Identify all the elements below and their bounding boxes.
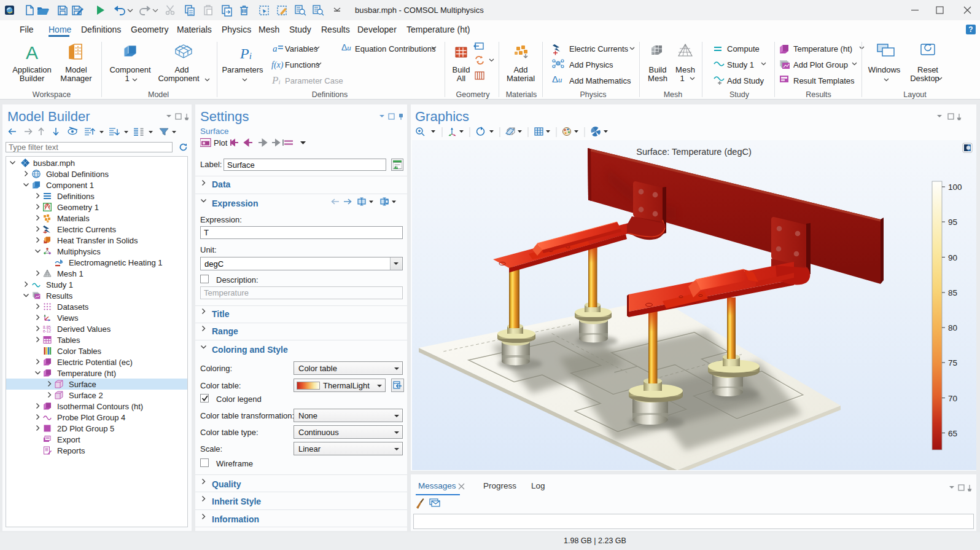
svg-text:Surface: Temperature (degC): Surface: Temperature (degC) [636,147,752,157]
svg-text:Δu: Δu [552,74,562,84]
svg-text:80: 80 [948,323,957,332]
svg-text:90: 90 [948,253,957,262]
svg-text:75: 75 [948,358,957,367]
svg-text:70: 70 [948,394,957,403]
svg-text:95: 95 [948,218,957,227]
svg-text:f(x): f(x) [271,60,284,70]
svg-text:65: 65 [948,429,957,438]
svg-text:Δu: Δu [341,42,351,52]
svg-text:Pi: Pi [271,74,280,86]
svg-text:A: A [26,42,38,63]
svg-text:85: 85 [948,288,957,297]
svg-text:Plot: Plot [214,138,228,147]
svg-text:a: a [273,44,278,53]
svg-text:100: 100 [948,183,962,192]
svg-text:Pi: Pi [239,45,252,61]
svg-text:busbar.mph - COMSOL Multiphysi: busbar.mph - COMSOL Multiphysics [355,6,484,15]
